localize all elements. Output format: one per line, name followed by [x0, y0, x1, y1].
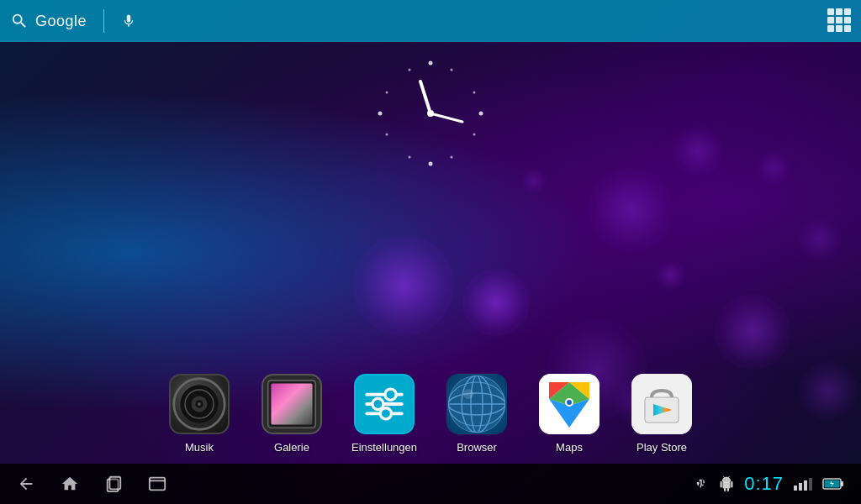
svg-point-31: [380, 408, 391, 419]
grid-dot: [827, 25, 834, 32]
home-button[interactable]: [61, 475, 79, 493]
einstellungen-icon: [354, 374, 415, 434]
app-musik[interactable]: Musik: [161, 374, 237, 454]
grid-dot: [827, 8, 834, 15]
musik-label: Musik: [185, 441, 214, 454]
svg-point-5: [473, 92, 476, 94]
bokeh-7: [799, 218, 841, 260]
svg-point-2: [378, 112, 383, 116]
svg-point-4: [451, 69, 453, 71]
grid-dot: [827, 17, 834, 24]
app-playstore[interactable]: Play Store: [624, 374, 700, 454]
svg-rect-53: [109, 477, 120, 490]
google-search-label: Google: [35, 13, 87, 30]
bokeh-1: [353, 235, 454, 336]
svg-point-40: [463, 389, 473, 399]
back-button[interactable]: [17, 475, 35, 493]
bokeh-4: [673, 126, 723, 176]
bokeh-3: [589, 168, 673, 252]
nav-left: [17, 475, 166, 493]
svg-point-1: [429, 162, 433, 166]
app-galerie[interactable]: Galerie: [254, 374, 330, 454]
battery-icon: [822, 477, 844, 491]
app-maps[interactable]: Maps: [531, 374, 607, 454]
svg-rect-57: [841, 481, 843, 486]
analog-clock: [363, 46, 498, 181]
svg-point-7: [386, 92, 388, 94]
svg-point-0: [429, 61, 433, 66]
recents-button[interactable]: [104, 475, 123, 493]
playstore-label: Play Store: [637, 441, 687, 454]
search-area[interactable]: Google: [10, 9, 851, 33]
topbar-divider: [103, 9, 104, 33]
grid-dot: [836, 25, 843, 32]
grid-dot: [836, 8, 843, 15]
svg-point-27: [385, 389, 396, 400]
svg-point-48: [567, 400, 572, 405]
time-display: 0:17: [744, 473, 784, 495]
svg-line-13: [430, 113, 462, 122]
bokeh-12: [521, 168, 547, 193]
bokeh-5: [715, 294, 790, 370]
search-icon: [10, 12, 29, 30]
browser-label: Browser: [457, 441, 497, 454]
svg-point-9: [409, 156, 411, 159]
svg-line-12: [420, 81, 430, 113]
grid-dot: [844, 17, 851, 24]
signal-bar-4: [809, 478, 812, 491]
topbar: Google: [0, 0, 861, 42]
musik-icon: [169, 374, 230, 434]
playstore-icon: [631, 374, 692, 434]
einstellungen-label: Einstellungen: [351, 441, 417, 454]
app-einstellungen[interactable]: Einstellungen: [346, 374, 422, 454]
navbar: 0:17: [0, 464, 861, 504]
svg-point-20: [198, 402, 201, 406]
svg-point-8: [386, 134, 388, 136]
usb-icon: [694, 476, 709, 491]
microphone-icon[interactable]: [121, 12, 136, 30]
galerie-icon: [261, 374, 322, 434]
signal-bars: [794, 478, 812, 491]
apps-grid-button[interactable]: [827, 8, 851, 32]
bokeh-10: [656, 260, 685, 290]
android-icon: [719, 476, 734, 491]
grid-dot: [844, 8, 851, 15]
screenshot-button[interactable]: [148, 475, 166, 493]
svg-rect-54: [150, 478, 165, 491]
svg-point-10: [451, 156, 453, 159]
signal-bar-2: [799, 483, 802, 491]
signal-bar-3: [804, 480, 807, 491]
maps-icon: [539, 374, 600, 434]
svg-point-11: [473, 134, 476, 136]
signal-bar-1: [794, 486, 797, 491]
bokeh-8: [757, 151, 790, 185]
svg-point-14: [427, 110, 434, 117]
galerie-label: Galerie: [274, 441, 309, 454]
grid-dot: [844, 25, 851, 32]
svg-point-6: [409, 69, 411, 71]
svg-point-3: [479, 112, 483, 116]
app-dock: Musik G: [0, 365, 861, 462]
browser-icon: [446, 374, 507, 434]
svg-rect-23: [271, 383, 312, 424]
maps-label: Maps: [556, 441, 583, 454]
grid-dot: [836, 17, 843, 24]
bokeh-2: [462, 269, 530, 336]
app-browser[interactable]: Browser: [439, 374, 515, 454]
nav-right: 0:17: [694, 473, 844, 495]
